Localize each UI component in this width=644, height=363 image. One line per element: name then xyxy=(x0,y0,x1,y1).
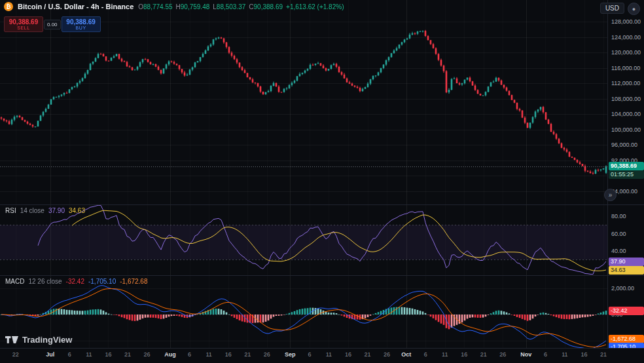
time-axis-day-label: 22 xyxy=(12,351,19,358)
scroll-to-realtime-button[interactable]: » xyxy=(604,189,617,201)
macd-hist-value: -32.42 xyxy=(66,278,84,285)
rsi-pane-canvas[interactable] xyxy=(0,204,607,275)
ohlc-values: O88,774.55 H90,759.48 L88,503.37 C90,388… xyxy=(138,3,344,10)
bar-countdown-badge: 01:55:25 xyxy=(609,170,644,179)
time-axis-day-label: 16 xyxy=(105,351,111,358)
price-axis-label: 112,000.00 xyxy=(611,80,640,86)
tradingview-logo-text: TradingView xyxy=(22,335,72,345)
price-axis-label: 124,000.00 xyxy=(611,34,641,41)
close-label: C xyxy=(249,3,253,10)
time-axis-day-label: 21 xyxy=(600,351,607,358)
rsi-indicator-title: RSI xyxy=(5,207,16,214)
price-axis-label: 120,000.00 xyxy=(611,49,641,56)
price-axis-label: 128,000.00 xyxy=(611,18,641,25)
sell-button[interactable]: 90,388.69 SELL xyxy=(4,16,43,32)
account-avatar[interactable]: ● xyxy=(628,3,640,15)
pane-separator xyxy=(0,348,644,349)
time-axis-day-label: 11 xyxy=(86,351,92,358)
time-axis-day-label: 21 xyxy=(124,351,131,358)
open-label: O xyxy=(138,3,143,10)
btc-logo-icon: ₿ xyxy=(4,2,13,11)
rsi-pane-header[interactable]: RSI 14 close 37.90 34.63 xyxy=(5,207,85,214)
time-axis-day-label: 21 xyxy=(365,351,371,358)
scroll-right-icon: » xyxy=(609,191,613,199)
tradingview-chart-app: ₿ Bitcoin / U.S. Dollar - 4h - Binance O… xyxy=(0,0,644,363)
buy-sell-widget: 90,388.69 SELL 0.00 90,388.69 BUY xyxy=(4,16,101,32)
time-axis-day-label: 16 xyxy=(225,351,232,358)
time-axis-month-label: Sep xyxy=(285,351,296,358)
price-axis-label: 104,000.00 xyxy=(611,111,641,117)
macd-pane-canvas[interactable] xyxy=(0,275,607,348)
change-value: +1,613.62 (+1.82%) xyxy=(286,3,344,10)
time-axis-day-label: 26 xyxy=(144,351,151,358)
time-axis-month-label: Oct xyxy=(401,351,411,358)
time-axis-day-label: 6 xyxy=(68,351,71,358)
high-label: H xyxy=(176,3,181,10)
price-scale[interactable]: -2,000.000.002,000.0020.0040.0060.0080.0… xyxy=(607,0,644,348)
current-price-badge: 90,388.69 xyxy=(609,162,644,170)
rsi-indicator-params: 14 close xyxy=(20,207,45,214)
macd-axis-label: 2,000.00 xyxy=(611,285,634,292)
time-axis-day-label: 21 xyxy=(480,351,487,358)
macd-signal-value: -1,672.68 xyxy=(120,278,147,285)
time-axis-day-label: 6 xyxy=(544,351,547,358)
pane-separator[interactable] xyxy=(0,275,644,276)
price-axis-label: 96,000.00 xyxy=(611,142,637,148)
buy-price: 90,388.69 xyxy=(62,18,100,26)
sell-label: SELL xyxy=(5,26,43,30)
time-axis-month-label: Nov xyxy=(520,351,531,358)
low-value: 88,503.37 xyxy=(217,3,246,10)
symbol-title[interactable]: Bitcoin / U.S. Dollar - 4h - Binance xyxy=(18,3,134,10)
time-axis-day-label: 11 xyxy=(206,351,211,358)
time-axis-month-label: Aug xyxy=(164,351,176,358)
rsi-current-value: 37.90 xyxy=(48,207,65,214)
tradingview-logo[interactable]: TradingView xyxy=(5,335,72,345)
avatar-icon: ● xyxy=(632,6,635,12)
rsi-value-badge: 37.90 xyxy=(609,258,644,266)
macd-indicator-params: 12 26 close xyxy=(28,278,62,285)
time-axis-day-label: 16 xyxy=(345,351,351,358)
buy-button[interactable]: 90,388.69 BUY xyxy=(62,16,101,32)
time-scale[interactable]: 22Jul611162126Aug611162126Sep611162126Oc… xyxy=(0,348,644,363)
time-axis-day-label: 6 xyxy=(424,351,427,358)
buy-label: BUY xyxy=(62,26,100,30)
currency-usd-button[interactable]: USD xyxy=(600,3,624,14)
rsi-axis-label: 40.00 xyxy=(611,248,626,254)
time-axis-month-label: Jul xyxy=(46,351,54,358)
time-axis-day-label: 26 xyxy=(264,351,270,358)
high-value: 90,759.48 xyxy=(181,3,210,10)
rsi-axis-label: 80.00 xyxy=(611,213,626,220)
time-axis-day-label: 16 xyxy=(581,351,588,358)
sell-price: 90,388.69 xyxy=(5,18,43,26)
time-axis-day-label: 21 xyxy=(244,351,251,358)
time-axis-day-label: 6 xyxy=(308,351,311,358)
time-axis-day-label: 6 xyxy=(188,351,191,358)
time-axis-day-label: 26 xyxy=(384,351,390,358)
time-axis-day-label: 11 xyxy=(442,351,448,358)
tradingview-logo-icon xyxy=(5,335,18,344)
price-axis-label: 116,000.00 xyxy=(611,65,640,71)
price-axis-label: 108,000.00 xyxy=(611,96,641,102)
time-axis-day-label: 16 xyxy=(461,351,467,358)
pane-separator[interactable] xyxy=(0,204,644,205)
time-axis-day-label: 11 xyxy=(326,351,332,358)
close-value: 90,388.69 xyxy=(254,3,283,10)
spread-value: 0.00 xyxy=(44,20,61,29)
macd-line-value: -1,705.10 xyxy=(88,278,116,285)
macd-hist-badge: -32.42 xyxy=(609,307,644,315)
rsi-axis-label: 60.00 xyxy=(611,231,626,237)
price-axis-label: 100,000.00 xyxy=(611,126,641,133)
macd-pane-header[interactable]: MACD 12 26 close -32.42 -1,705.10 -1,672… xyxy=(5,278,148,285)
macd-indicator-title: MACD xyxy=(5,278,24,285)
rsi-ma-value: 34.63 xyxy=(69,207,85,214)
rsi-ma-value-badge: 34.63 xyxy=(609,266,644,275)
chart-legend-toolbar: ₿ Bitcoin / U.S. Dollar - 4h - Binance O… xyxy=(4,2,344,11)
time-axis-day-label: 11 xyxy=(562,351,567,358)
time-axis-day-label: 26 xyxy=(499,351,506,358)
open-value: 88,774.55 xyxy=(143,3,173,10)
